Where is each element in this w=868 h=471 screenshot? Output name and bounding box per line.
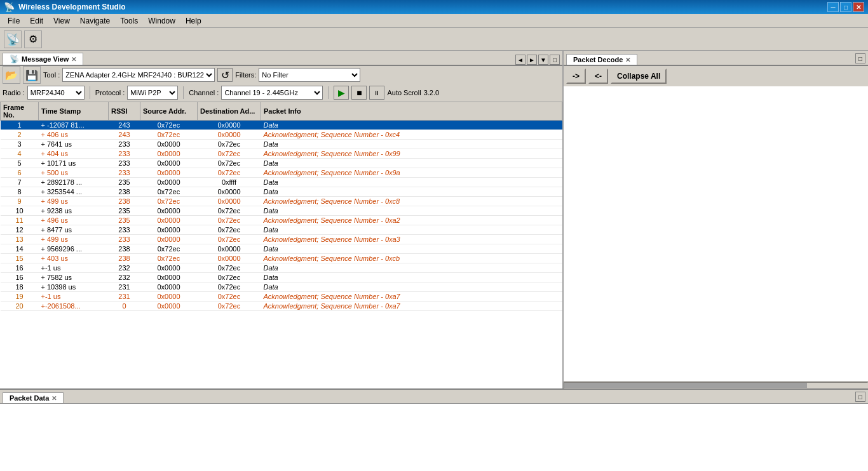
channel-select[interactable]: Channel 19 - 2.445GHz [221,86,323,100]
open-file-btn[interactable]: 📂 [3,66,20,84]
tab-message-view[interactable]: 📡 Message View ✕ [3,53,83,65]
cell-timestamp: + 404 us [39,149,109,159]
cell-dst: 0xffff [198,178,261,187]
table-row[interactable]: 4 + 404 us 233 0x0000 0x72ec Acknowledgm… [1,149,562,159]
tab-packet-data[interactable]: Packet Data ✕ [3,392,64,403]
cell-rssi: 231 [109,292,140,302]
table-row[interactable]: 6 + 500 us 233 0x0000 0x72ec Acknowledgm… [1,168,562,178]
cell-frame: 1 [1,121,39,130]
cell-frame: 7 [1,178,39,187]
cell-dst: 0x72ec [198,302,261,311]
table-row[interactable]: 9 + 499 us 238 0x72ec 0x0000 Acknowledgm… [1,197,562,206]
cell-frame: 4 [1,149,39,159]
table-row[interactable]: 8 + 3253544 ... 238 0x72ec 0x0000 Data [1,187,562,197]
packet-data-maximize-btn[interactable]: □ [855,392,865,402]
tab-message-view-label: Message View [22,55,69,63]
cell-frame: 15 [1,254,39,263]
menu-tools[interactable]: Tools [115,15,143,27]
table-row[interactable]: 10 + 9238 us 235 0x0000 0x72ec Data [1,206,562,216]
cell-info: Acknowledgment; Sequence Number - 0xa7 [261,292,562,302]
tab-nav-right[interactable]: ► [527,55,537,65]
table-row[interactable]: 20 +-2061508... 0 0x0000 0x72ec Acknowle… [1,302,562,311]
tab-nav: ◄ ► ▼ □ [515,55,560,65]
table-row[interactable]: 5 + 10171 us 233 0x0000 0x72ec Data [1,159,562,168]
table-row[interactable]: 2 + 406 us 243 0x72ec 0x0000 Acknowledgm… [1,130,562,140]
cell-frame: 16 [1,263,39,273]
cell-rssi: 235 [109,206,140,216]
maximize-button[interactable]: □ [840,2,851,12]
table-row[interactable]: 14 + 9569296 ... 238 0x72ec 0x0000 Data [1,244,562,254]
cell-info: Data [261,121,562,130]
menu-window[interactable]: Window [143,15,180,27]
table-row[interactable]: 13 + 499 us 233 0x0000 0x72ec Acknowledg… [1,235,562,244]
packet-table-container[interactable]: Frame No. Time Stamp RSSI Source Addr. D… [0,102,562,388]
cell-frame: 10 [1,206,39,216]
table-row[interactable]: 12 + 8477 us 233 0x0000 0x72ec Data [1,225,562,235]
cell-timestamp: +-2061508... [39,302,109,311]
tab-nav-left[interactable]: ◄ [515,55,526,65]
cell-dst: 0x72ec [198,149,261,159]
cell-src: 0x0000 [140,216,198,225]
play-btn[interactable]: ▶ [334,86,349,100]
settings-icon[interactable]: ⚙ [24,30,42,48]
window-controls: ─ □ ✕ [827,2,864,12]
cell-src: 0x72ec [140,130,198,140]
stop-btn[interactable]: ■ [351,86,367,100]
collapse-all-btn[interactable]: Collapse All [611,69,667,84]
cell-timestamp: + 9569296 ... [39,244,109,254]
table-row[interactable]: 18 + 10398 us 231 0x0000 0x72ec Data [1,282,562,292]
save-btn[interactable]: 💾 [23,66,41,84]
tab-message-view-close[interactable]: ✕ [71,56,76,63]
menu-view[interactable]: View [48,15,75,27]
decode-maximize-btn[interactable]: □ [855,53,865,63]
cell-dst: 0x0000 [198,244,261,254]
menu-help[interactable]: Help [180,15,207,27]
cell-rssi: 231 [109,282,140,292]
table-row[interactable]: 7 + 2892178 ... 235 0x0000 0xffff Data [1,178,562,187]
radio-label: Radio : [3,89,25,96]
tab-packet-decode[interactable]: Packet Decode ✕ [566,54,637,65]
decode-tree[interactable] [564,86,868,381]
cell-rssi: 233 [109,159,140,168]
cell-rssi: 232 [109,273,140,282]
cell-src: 0x72ec [140,244,198,254]
table-row[interactable]: 11 + 496 us 235 0x0000 0x72ec Acknowledg… [1,216,562,225]
cell-info: Acknowledgment; Sequence Number - 0xc8 [261,197,562,206]
collapse-btn[interactable]: <- [588,69,608,84]
cell-dst: 0x72ec [198,273,261,282]
channel-label: Channel : [189,89,219,96]
table-row[interactable]: 3 + 7641 us 233 0x0000 0x72ec Data [1,140,562,149]
main-area: 📡 Message View ✕ ◄ ► ▼ □ 📂 💾 Tool : ZENA… [0,51,868,471]
cell-src: 0x0000 [140,225,198,235]
tool-select[interactable]: ZENA Adapter 2.4GHz MRF24J40 : BUR122991… [62,68,215,82]
table-row[interactable]: 15 + 403 us 238 0x72ec 0x0000 Acknowledg… [1,254,562,263]
protocol-select[interactable]: MiWi P2P [127,86,178,100]
pause-btn[interactable]: ⏸ [369,86,384,100]
cell-timestamp: +-1 us [39,292,109,302]
message-view-panel: 📡 Message View ✕ ◄ ► ▼ □ 📂 💾 Tool : ZENA… [0,51,564,388]
table-row[interactable]: 16 + 7582 us 232 0x0000 0x72ec Data [1,273,562,282]
cell-timestamp: + 8477 us [39,225,109,235]
tab-packet-data-close[interactable]: ✕ [51,395,57,402]
refresh-btn[interactable]: ↺ [217,68,233,82]
packet-data-content [0,404,868,471]
menu-edit[interactable]: Edit [25,15,48,27]
close-button[interactable]: ✕ [853,2,864,12]
table-row[interactable]: 1 + -12087 81... 243 0x72ec 0x0000 Data [1,121,562,130]
cell-dst: 0x72ec [198,263,261,273]
tab-nav-maximize[interactable]: □ [550,55,560,65]
menu-file[interactable]: File [3,15,25,27]
filters-select[interactable]: No Filter [259,68,360,82]
minimize-button[interactable]: ─ [827,2,839,12]
table-row[interactable]: 19 +-1 us 231 0x0000 0x72ec Acknowledgme… [1,292,562,302]
table-row[interactable]: 16 +-1 us 232 0x0000 0x72ec Data [1,263,562,273]
radio-select[interactable]: MRF24J40 [27,86,85,100]
tab-packet-decode-close[interactable]: ✕ [625,56,630,63]
cell-timestamp: + 7641 us [39,140,109,149]
cell-frame: 2 [1,130,39,140]
expand-btn[interactable]: -> [566,69,586,84]
tab-nav-dropdown[interactable]: ▼ [538,55,548,65]
menu-navigate[interactable]: Navigate [75,15,115,27]
antenna-icon: 📡 [4,30,22,48]
decode-controls: -> <- Collapse All [564,66,868,86]
